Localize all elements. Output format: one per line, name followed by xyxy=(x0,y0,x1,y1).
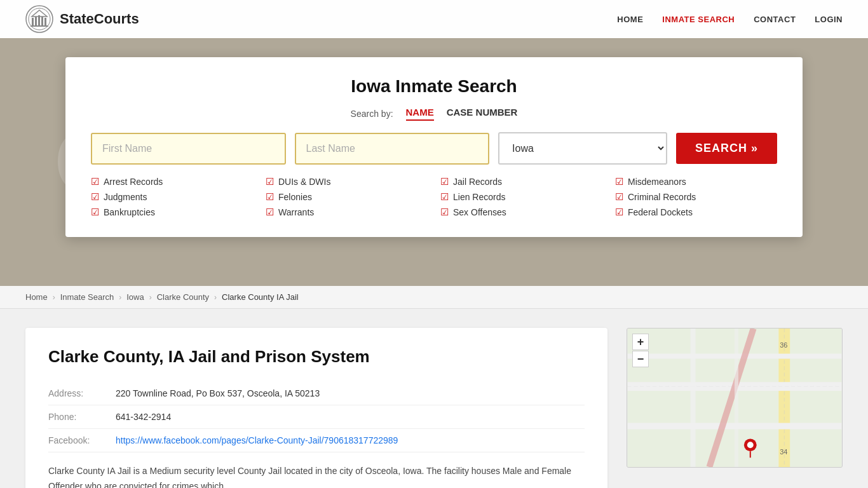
check-label: Bankruptcies xyxy=(104,207,155,217)
nav-home[interactable]: HOME xyxy=(617,15,643,24)
check-label: DUIs & DWIs xyxy=(278,177,330,187)
check-icon: ☑ xyxy=(91,176,99,187)
svg-text:34: 34 xyxy=(780,448,787,456)
first-name-input[interactable] xyxy=(91,133,286,165)
breadcrumb-sep-2: › xyxy=(119,293,121,302)
check-label: Felonies xyxy=(278,192,312,202)
facebook-link[interactable]: https://www.facebook.com/pages/Clarke-Co… xyxy=(116,435,398,445)
svg-rect-3 xyxy=(35,17,37,25)
check-icon: ☑ xyxy=(615,207,623,218)
check-item: ☑DUIs & DWIs xyxy=(266,176,428,187)
check-item: ☑Felonies xyxy=(266,191,428,203)
description-text: Clarke County IA Jail is a Medium securi… xyxy=(48,464,585,488)
search-card-title: Iowa Inmate Search xyxy=(91,76,777,97)
check-label: Warrants xyxy=(278,207,314,217)
breadcrumb-clarke-county[interactable]: Clarke County xyxy=(157,292,209,302)
logo-text: StateCourts xyxy=(60,11,139,27)
map-zoom-in[interactable]: + xyxy=(632,334,649,350)
check-item: ☑Lien Records xyxy=(440,191,602,203)
search-by-label: Search by: xyxy=(351,109,393,119)
check-item: ☑Misdemeanors xyxy=(615,176,777,187)
search-by-row: Search by: NAME CASE NUMBER xyxy=(91,107,777,121)
svg-rect-7 xyxy=(31,25,48,27)
page-title: Clarke County, IA Jail and Prison System xyxy=(48,347,585,367)
logo-area[interactable]: StateCourts xyxy=(25,5,139,33)
header: StateCourts HOME INMATE SEARCH CONTACT L… xyxy=(0,0,868,38)
breadcrumb-home[interactable]: Home xyxy=(25,292,48,302)
nav-login[interactable]: LOGIN xyxy=(815,15,843,24)
check-icon: ☑ xyxy=(440,176,449,187)
check-icon: ☑ xyxy=(615,191,623,203)
content-right: 36 34 + − xyxy=(627,328,843,488)
address-value: 220 Townline Road, Po Box 537, Osceola, … xyxy=(116,388,320,398)
breadcrumb-iowa[interactable]: Iowa xyxy=(126,292,144,302)
tab-case-number[interactable]: CASE NUMBER xyxy=(447,107,518,121)
state-select[interactable]: Iowa Alabama Alaska Arizona Arkansas Cal… xyxy=(498,132,667,165)
last-name-input[interactable] xyxy=(295,133,490,165)
check-item: ☑Sex Offenses xyxy=(440,207,602,218)
check-icon: ☑ xyxy=(266,207,274,218)
main-content: Clarke County, IA Jail and Prison System… xyxy=(0,309,868,488)
breadcrumb-sep-4: › xyxy=(214,293,217,302)
content-card: Clarke County, IA Jail and Prison System… xyxy=(25,328,607,488)
svg-rect-2 xyxy=(32,18,34,25)
check-icon: ☑ xyxy=(91,207,99,218)
check-label: Judgments xyxy=(104,192,147,202)
map-svg: 36 34 xyxy=(627,329,842,467)
breadcrumb-inmate-search[interactable]: Inmate Search xyxy=(60,292,114,302)
check-label: Misdemeanors xyxy=(628,177,686,187)
svg-text:36: 36 xyxy=(780,341,787,349)
hero-section: COURTHOUSE Iowa Inmate Search Search by:… xyxy=(0,38,868,286)
search-card: Iowa Inmate Search Search by: NAME CASE … xyxy=(65,57,803,237)
check-item: ☑Bankruptcies xyxy=(91,207,253,218)
check-icon: ☑ xyxy=(91,191,99,203)
check-label: Lien Records xyxy=(453,192,506,202)
check-item: ☑Jail Records xyxy=(440,176,602,187)
svg-rect-18 xyxy=(735,329,738,467)
svg-point-22 xyxy=(747,442,754,448)
breadcrumb-sep-1: › xyxy=(53,293,55,302)
check-item: ☑Criminal Records xyxy=(615,191,777,203)
check-item: ☑Judgments xyxy=(91,191,253,203)
check-label: Arrest Records xyxy=(104,177,163,187)
phone-value: 641-342-2914 xyxy=(116,412,171,422)
check-item: ☑Warrants xyxy=(266,207,428,218)
check-label: Sex Offenses xyxy=(453,207,506,217)
map-container: 36 34 + − xyxy=(627,328,843,468)
check-label: Criminal Records xyxy=(628,192,696,202)
main-nav: HOME INMATE SEARCH CONTACT LOGIN xyxy=(617,15,843,24)
map-controls: + − xyxy=(632,334,649,367)
map-zoom-out[interactable]: − xyxy=(632,351,649,367)
check-item: ☑Federal Dockets xyxy=(615,207,777,218)
breadcrumb: Home › Inmate Search › Iowa › Clarke Cou… xyxy=(0,286,868,309)
svg-rect-6 xyxy=(44,18,46,25)
check-item: ☑Arrest Records xyxy=(91,176,253,187)
check-label: Jail Records xyxy=(453,177,502,187)
phone-label: Phone: xyxy=(48,412,105,422)
check-icon: ☑ xyxy=(440,191,449,203)
nav-inmate-search[interactable]: INMATE SEARCH xyxy=(662,15,735,24)
address-row: Address: 220 Townline Road, Po Box 537, … xyxy=(48,382,585,405)
check-icon: ☑ xyxy=(440,207,449,218)
facebook-label: Facebook: xyxy=(48,435,105,445)
check-icon: ☑ xyxy=(266,191,274,203)
breadcrumb-sep-3: › xyxy=(149,293,152,302)
logo-icon xyxy=(25,5,53,33)
svg-rect-5 xyxy=(41,17,43,25)
phone-row: Phone: 641-342-2914 xyxy=(48,405,585,429)
check-label: Federal Dockets xyxy=(628,207,693,217)
address-label: Address: xyxy=(48,388,105,398)
facebook-row: Facebook: https://www.facebook.com/pages… xyxy=(48,429,585,452)
breadcrumb-current: Clarke County IA Jail xyxy=(222,292,299,302)
search-button[interactable]: SEARCH » xyxy=(676,133,777,164)
check-icon: ☑ xyxy=(615,176,623,187)
checks-grid: ☑Arrest Records☑DUIs & DWIs☑Jail Records… xyxy=(91,176,777,218)
content-left: Clarke County, IA Jail and Prison System… xyxy=(25,328,607,488)
search-inputs-row: Iowa Alabama Alaska Arizona Arkansas Cal… xyxy=(91,132,777,165)
check-icon: ☑ xyxy=(266,176,274,187)
nav-contact[interactable]: CONTACT xyxy=(754,15,796,24)
tab-name[interactable]: NAME xyxy=(406,107,434,121)
svg-rect-17 xyxy=(691,329,696,467)
